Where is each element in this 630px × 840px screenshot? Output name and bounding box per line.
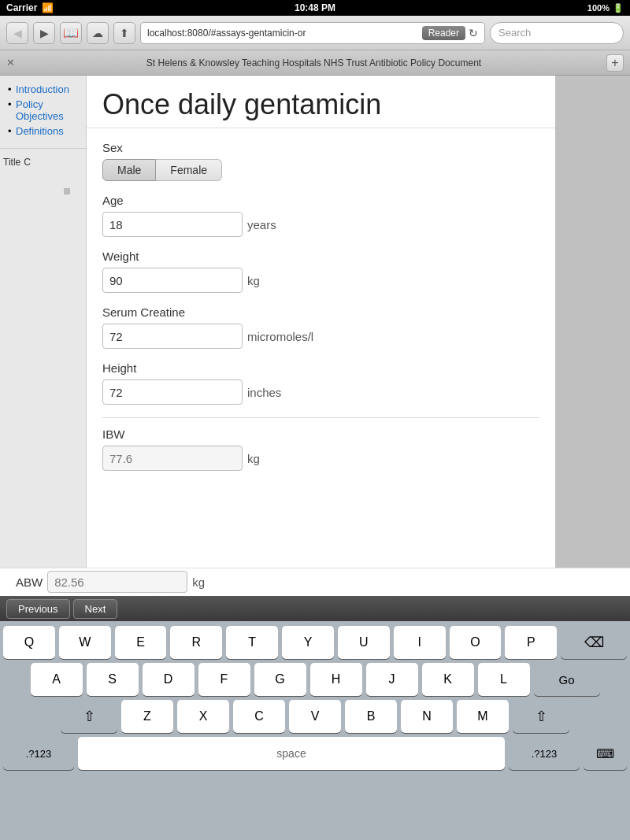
- height-row: inches: [102, 379, 539, 405]
- key-u[interactable]: U: [338, 626, 390, 659]
- status-right: 100% 🔋: [587, 3, 624, 13]
- wifi-icon: 📶: [42, 2, 54, 13]
- reload-button[interactable]: ↻: [469, 27, 478, 39]
- serum-creatine-field-group: Serum Creatine micromoles/l: [102, 305, 539, 349]
- key-o[interactable]: O: [450, 626, 502, 659]
- abw-label-partial: ABW: [16, 575, 43, 589]
- abw-input[interactable]: [47, 571, 187, 593]
- policy-objectives-link[interactable]: Policy Objectives: [16, 98, 64, 122]
- sidebar-item-policy-objectives[interactable]: Policy Objectives: [0, 97, 86, 124]
- page-body: Introduction Policy Objectives Definitio…: [0, 76, 630, 568]
- sidebar-item-definitions[interactable]: Definitions: [0, 124, 86, 139]
- key-l[interactable]: L: [478, 663, 530, 696]
- height-input[interactable]: [102, 379, 243, 405]
- weight-input[interactable]: [102, 268, 243, 293]
- key-space[interactable]: space: [78, 737, 505, 770]
- height-field-group: Height inches: [102, 361, 539, 405]
- height-unit: inches: [247, 386, 281, 399]
- col-title: Title: [3, 157, 20, 168]
- key-s[interactable]: S: [87, 663, 139, 696]
- sidebar-item-introduction[interactable]: Introduction: [0, 82, 86, 97]
- next-button[interactable]: Next: [73, 599, 118, 619]
- key-shift-left[interactable]: ⇧: [61, 700, 117, 733]
- key-symbol-right[interactable]: .?123: [509, 737, 580, 770]
- right-panel: [555, 76, 630, 568]
- ibw-row: kg: [102, 446, 539, 471]
- address-bar[interactable]: localhost:8080/#assays-gentamicin-or Rea…: [140, 22, 485, 44]
- key-k[interactable]: K: [422, 663, 474, 696]
- sex-male-button[interactable]: Male: [102, 159, 156, 181]
- key-q[interactable]: Q: [3, 626, 55, 659]
- sidebar-table-title: Title C: [0, 155, 86, 169]
- key-d[interactable]: D: [143, 663, 195, 696]
- bookmarks-button[interactable]: 📖: [60, 22, 82, 44]
- url-text: localhost:8080/#assays-gentamicin-or: [147, 28, 422, 39]
- previous-button[interactable]: Previous: [6, 599, 70, 619]
- serum-creatine-row: micromoles/l: [102, 324, 539, 349]
- key-b[interactable]: B: [345, 700, 397, 733]
- age-unit: years: [247, 218, 276, 231]
- sex-field-group: Sex Male Female: [102, 141, 539, 181]
- sex-female-button[interactable]: Female: [156, 159, 222, 181]
- ibw-label: IBW: [102, 427, 539, 441]
- keyboard-row-4: .?123 space .?123 ⌨: [3, 737, 627, 770]
- status-bar: Carrier 📶 10:48 PM 100% 🔋: [0, 0, 630, 16]
- serum-creatine-input[interactable]: [102, 324, 243, 349]
- share-button[interactable]: ⬆: [113, 22, 135, 44]
- add-tab-button[interactable]: +: [606, 54, 624, 72]
- key-w[interactable]: W: [59, 626, 111, 659]
- key-t[interactable]: T: [226, 626, 278, 659]
- key-y[interactable]: Y: [282, 626, 334, 659]
- keyboard-row-2: A S D F G H J K L Go: [3, 663, 627, 696]
- form-area: Sex Male Female Age years Weight: [87, 128, 555, 496]
- back-button[interactable]: ◀: [6, 22, 28, 44]
- browser-chrome: ◀ ▶ 📖 ☁ ⬆ localhost:8080/#assays-gentami…: [0, 16, 630, 50]
- weight-label: Weight: [102, 250, 539, 263]
- key-v[interactable]: V: [289, 700, 341, 733]
- key-c[interactable]: C: [233, 700, 285, 733]
- age-label: Age: [102, 194, 539, 207]
- status-time: 10:48 PM: [295, 2, 335, 13]
- age-input[interactable]: [102, 212, 243, 237]
- status-left: Carrier 📶: [6, 2, 54, 13]
- key-n[interactable]: N: [401, 700, 453, 733]
- key-x[interactable]: X: [177, 700, 229, 733]
- key-z[interactable]: Z: [121, 700, 173, 733]
- abw-partial: ABW kg: [0, 568, 630, 596]
- key-p[interactable]: P: [505, 626, 557, 659]
- main-content: Once daily gentamicin Sex Male Female Ag…: [87, 76, 555, 568]
- key-r[interactable]: R: [170, 626, 222, 659]
- key-delete[interactable]: ⌫: [561, 626, 627, 659]
- key-a[interactable]: A: [31, 663, 83, 696]
- search-bar[interactable]: Search: [490, 22, 624, 44]
- introduction-link[interactable]: Introduction: [16, 83, 69, 95]
- key-go[interactable]: Go: [534, 663, 600, 696]
- key-h[interactable]: H: [310, 663, 362, 696]
- cloud-button[interactable]: ☁: [87, 22, 109, 44]
- close-tab-button[interactable]: ✕: [6, 57, 15, 68]
- ibw-input[interactable]: [102, 446, 243, 471]
- key-j[interactable]: J: [366, 663, 418, 696]
- weight-field-group: Weight kg: [102, 250, 539, 293]
- form-toolbar: Previous Next: [0, 596, 630, 621]
- tab-bar: ✕ St Helens & Knowsley Teaching Hospital…: [0, 50, 630, 76]
- key-m[interactable]: M: [457, 700, 509, 733]
- col-c: C: [24, 157, 31, 168]
- ibw-unit: kg: [247, 452, 260, 465]
- key-g[interactable]: G: [254, 663, 306, 696]
- key-shift-right[interactable]: ⇧: [513, 700, 569, 733]
- weight-unit: kg: [247, 274, 260, 287]
- serum-creatine-label: Serum Creatine: [102, 305, 539, 319]
- height-label: Height: [102, 361, 539, 375]
- key-symbol-left[interactable]: .?123: [3, 737, 74, 770]
- key-emoji[interactable]: ⌨: [584, 737, 627, 770]
- definitions-link[interactable]: Definitions: [16, 125, 64, 137]
- key-f[interactable]: F: [198, 663, 250, 696]
- forward-button[interactable]: ▶: [33, 22, 55, 44]
- reader-button[interactable]: Reader: [422, 26, 465, 40]
- key-i[interactable]: I: [394, 626, 446, 659]
- key-e[interactable]: E: [115, 626, 167, 659]
- tab-title: St Helens & Knowsley Teaching Hospitals …: [21, 57, 606, 68]
- abw-unit: kg: [192, 575, 205, 589]
- sidebar: Introduction Policy Objectives Definitio…: [0, 76, 87, 568]
